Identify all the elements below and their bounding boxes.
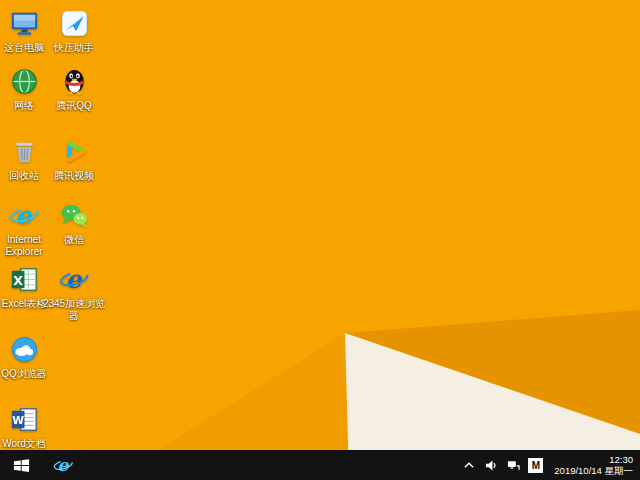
taskbar-clock[interactable]: 12:30 2019/10/14 星期一 [554, 454, 633, 476]
icon-label: Excel表格 [2, 298, 46, 310]
icon-label: 网络 [14, 100, 34, 112]
ie-e-icon: e [9, 200, 40, 231]
wechat-icon [59, 200, 90, 231]
desktop-icon-kuaiya-assistant[interactable]: 快压助手 [42, 8, 106, 54]
ie-e-icon: e [53, 455, 74, 476]
icon-label: 腾讯视频 [54, 170, 94, 182]
icon-label: 腾讯QQ [56, 100, 92, 112]
svg-text:e: e [57, 455, 69, 475]
hidden-icons-button[interactable] [462, 458, 476, 472]
svg-text:e: e [65, 264, 83, 294]
icon-label: 微信 [64, 234, 84, 246]
excel-icon: X [9, 264, 40, 295]
taskbar: e [0, 450, 640, 480]
desktop-icon-word[interactable]: W Word文档 [0, 404, 56, 450]
desktop-icon-wechat[interactable]: 微信 [42, 200, 106, 246]
recycle-bin-icon [9, 136, 40, 167]
desktop-icon-browser-2345[interactable]: e 2345加速浏览器 [42, 264, 106, 322]
svg-text:e: e [15, 200, 33, 230]
system-tray: M 12:30 2019/10/14 星期一 [462, 450, 640, 480]
network-button[interactable] [506, 458, 520, 472]
ime-indicator[interactable]: M [528, 458, 543, 473]
network-globe-icon [9, 66, 40, 97]
start-button[interactable] [0, 450, 42, 480]
network-status-icon [507, 459, 520, 472]
icon-label: 快压助手 [54, 42, 94, 54]
this-pc-icon [9, 8, 40, 39]
desktop-icon-tencent-video[interactable]: 腾讯视频 [42, 136, 106, 182]
qq-penguin-icon [59, 66, 90, 97]
desktop-icon-tencent-qq[interactable]: 腾讯QQ [42, 66, 106, 112]
speaker-icon [485, 459, 498, 472]
tencent-video-icon [59, 136, 90, 167]
icon-label: 2345加速浏览器 [42, 298, 106, 322]
svg-text:X: X [13, 273, 23, 288]
word-icon: W [9, 404, 40, 435]
browser-2345-icon: e [59, 264, 90, 295]
volume-button[interactable] [484, 458, 498, 472]
clock-time: 12:30 [554, 454, 633, 465]
chevron-up-icon [463, 460, 475, 471]
kuaiya-icon [59, 8, 90, 39]
ie-taskbar-button[interactable]: e [42, 450, 84, 480]
windows-logo-icon [13, 457, 30, 474]
qq-browser-icon [9, 334, 40, 365]
icon-label: QQ浏览器 [1, 368, 47, 380]
clock-date: 2019/10/14 星期一 [554, 465, 633, 476]
svg-text:W: W [12, 414, 24, 427]
icon-label: 回收站 [9, 170, 39, 182]
icon-label: 这台电脑 [4, 42, 44, 54]
icon-label: Word文档 [2, 438, 46, 450]
desktop-icon-qq-browser[interactable]: QQ浏览器 [0, 334, 56, 380]
desktop-screen: 这台电脑 网络 回收站 e Internet Explorer [0, 0, 640, 480]
